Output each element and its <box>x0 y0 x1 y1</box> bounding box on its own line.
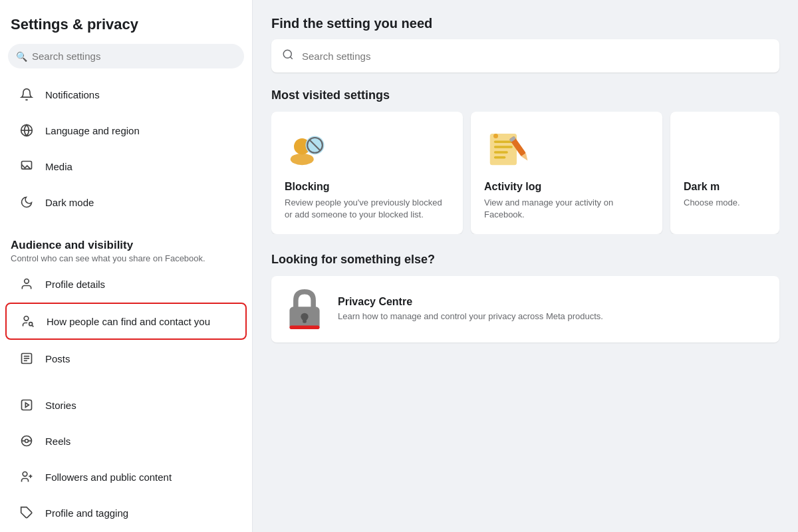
activity-log-card-desc: View and manage your activity on Faceboo… <box>484 197 649 221</box>
looking-for-something-title: Looking for something else? <box>271 253 779 267</box>
sidebar: Settings & privacy 🔍 Notifications Langu… <box>0 0 253 532</box>
main-search-wrapper <box>271 39 779 72</box>
globe-icon <box>16 120 37 141</box>
sidebar-item-reels[interactable]: Reels <box>5 424 247 458</box>
svg-rect-43 <box>289 326 319 330</box>
sidebar-search-wrapper: 🔍 <box>8 44 244 68</box>
dark-mode-card-title: Dark m <box>684 181 766 193</box>
svg-point-24 <box>283 50 291 58</box>
blocking-card-desc: Review people you've previously blocked … <box>285 197 450 221</box>
dark-mode-card-desc: Choose mode. <box>684 197 766 209</box>
posts-label: Posts <box>45 353 70 364</box>
darkmode-label: Dark mode <box>45 197 94 208</box>
svg-rect-11 <box>22 400 32 410</box>
activity-log-icon <box>484 128 531 171</box>
media-icon <box>16 156 37 177</box>
sidebar-item-profile-tagging[interactable]: Profile and tagging <box>5 495 247 530</box>
notifications-label: Notifications <box>45 89 100 100</box>
main-search-input[interactable] <box>302 51 769 62</box>
profile-details-label: Profile details <box>45 279 105 290</box>
svg-point-26 <box>291 153 314 165</box>
audience-section-header: Audience and visibility Control who can … <box>0 231 252 266</box>
svg-rect-35 <box>494 156 506 159</box>
privacy-card-text: Privacy Centre Learn how to manage and c… <box>338 296 603 323</box>
svg-line-6 <box>32 325 33 327</box>
sidebar-item-posts[interactable]: Posts <box>5 341 247 376</box>
moon-icon <box>16 192 37 213</box>
blocking-card-icon <box>285 128 331 171</box>
sidebar-item-followers[interactable]: Followers and public content <box>5 460 247 494</box>
svg-point-4 <box>24 317 29 321</box>
stories-label: Stories <box>45 400 76 411</box>
audience-subtitle: Control who can see what you share on Fa… <box>11 253 241 263</box>
svg-rect-34 <box>494 151 508 154</box>
svg-line-25 <box>290 57 292 59</box>
reels-icon <box>16 430 37 452</box>
sidebar-item-stories[interactable]: Stories <box>5 388 247 422</box>
main-content: Find the setting you need Most visited s… <box>253 0 798 532</box>
sidebar-item-darkmode[interactable]: Dark mode <box>5 185 247 219</box>
find-setting-title: Find the setting you need <box>271 16 779 31</box>
privacy-centre-title: Privacy Centre <box>338 296 603 308</box>
privacy-centre-card[interactable]: Privacy Centre Learn how to manage and c… <box>271 276 779 342</box>
sidebar-item-how-people-find[interactable]: How people can find and contact you <box>5 303 247 340</box>
cards-row: Blocking Review people you've previously… <box>271 112 779 234</box>
svg-point-14 <box>25 440 29 443</box>
followers-label: Followers and public content <box>45 471 172 483</box>
media-label: Media <box>45 161 72 172</box>
blocking-card-icon-area <box>285 125 450 173</box>
dark-mode-card[interactable]: Dark m Choose mode. <box>670 112 779 234</box>
sidebar-item-profile-details[interactable]: Profile details <box>5 267 247 301</box>
tag-icon <box>16 502 37 523</box>
main-search-icon <box>282 49 294 63</box>
svg-rect-32 <box>494 140 513 143</box>
svg-point-17 <box>23 472 27 477</box>
dark-mode-card-icon-area <box>684 125 766 173</box>
posts-icon <box>16 348 37 369</box>
profile-icon <box>16 273 37 295</box>
blocking-card[interactable]: Blocking Review people you've previously… <box>271 112 463 234</box>
sidebar-search-icon: 🔍 <box>16 51 27 62</box>
svg-rect-42 <box>303 317 307 323</box>
sidebar-title: Settings & privacy <box>0 11 252 44</box>
blocking-card-title: Blocking <box>285 181 450 193</box>
svg-marker-12 <box>25 403 29 408</box>
followers-icon <box>16 466 37 487</box>
stories-icon <box>16 394 37 416</box>
reels-label: Reels <box>45 436 70 447</box>
sidebar-search-input[interactable] <box>8 44 244 68</box>
how-people-find-label: How people can find and contact you <box>47 316 210 327</box>
lock-icon-wrapper <box>285 289 325 329</box>
lock-icon <box>286 288 323 331</box>
svg-point-5 <box>29 323 33 326</box>
svg-rect-33 <box>494 146 513 148</box>
audience-title: Audience and visibility <box>11 239 241 252</box>
activity-log-card[interactable]: Activity log View and manage your activi… <box>471 112 662 234</box>
sidebar-item-media[interactable]: Media <box>5 149 247 184</box>
activity-log-card-title: Activity log <box>484 181 649 193</box>
most-visited-title: Most visited settings <box>271 88 779 102</box>
activity-log-card-icon-area <box>484 125 649 173</box>
language-label: Language and region <box>45 125 140 136</box>
sidebar-item-language[interactable]: Language and region <box>5 113 247 148</box>
sidebar-item-notifications[interactable]: Notifications <box>5 77 247 112</box>
privacy-centre-desc: Learn how to manage and control your pri… <box>338 311 603 323</box>
profile-tagging-label: Profile and tagging <box>45 507 128 519</box>
bell-icon <box>16 84 37 105</box>
svg-point-3 <box>25 279 29 284</box>
svg-point-36 <box>493 133 498 138</box>
person-search-icon <box>17 311 39 332</box>
